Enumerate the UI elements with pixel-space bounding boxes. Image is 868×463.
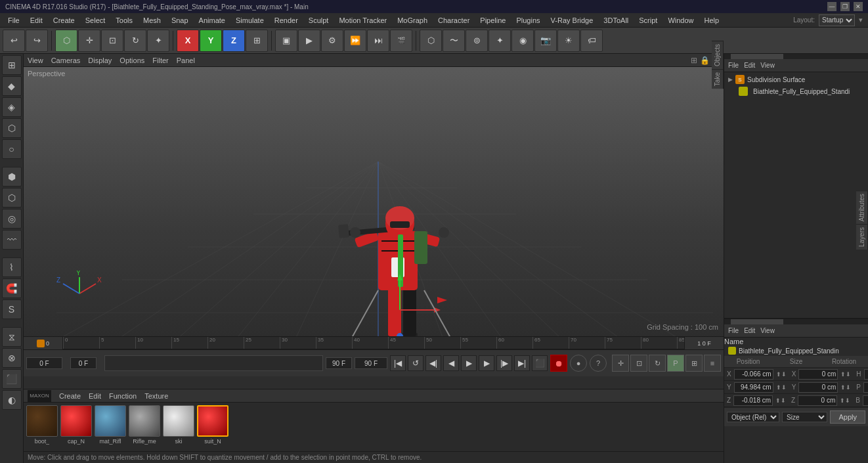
sidebar-btn-uv[interactable]: ⬛ [2,369,22,389]
record-button[interactable]: ⬛ [532,355,548,371]
auto-key-button[interactable]: ● [570,355,587,372]
mode-rotate-button[interactable]: ↻ [649,355,666,372]
layout-select[interactable]: Startup [819,14,855,26]
menu-motion-tracker[interactable]: Motion Tracker [334,15,392,26]
current-frame-input[interactable] [26,357,62,369]
tag-button[interactable]: 🏷 [580,30,603,52]
vtab-objects[interactable]: Objects [712,41,724,69]
bottom-panel-hscroll[interactable] [724,319,868,324]
menu-vray-bridge[interactable]: V-Ray Bridge [546,15,599,26]
material-item-suit[interactable]: suit_N [197,405,228,445]
minimize-button[interactable]: — [827,2,836,11]
attr-menu-edit[interactable]: Edit [744,327,755,334]
render-options-button[interactable]: ⚙ [321,30,343,52]
sidebar-btn-points[interactable]: ◆ [2,76,22,96]
spline-button[interactable]: 〜 [443,30,465,52]
viewport-menu-cameras[interactable]: Cameras [51,56,81,64]
render-icon[interactable]: 🎬 [390,30,412,52]
pos-y-spinner[interactable]: ⬆⬇ [776,384,787,391]
obj-menu-view[interactable]: View [760,62,775,69]
pos-y-input[interactable] [734,382,773,393]
viewport-maximize-icon[interactable]: ⊞ [691,56,697,65]
materials-menu-function[interactable]: Function [109,392,137,400]
sidebar-btn-magnet[interactable]: 🧲 [2,278,22,298]
size-z-input[interactable] [798,395,837,406]
redo-button[interactable]: ↪ [26,30,48,52]
menu-animate[interactable]: Animate [194,15,230,26]
sidebar-btn-object[interactable]: ○ [2,139,22,159]
menu-mograph[interactable]: MoGraph [392,15,433,26]
attr-menu-file[interactable]: File [728,327,739,334]
restore-button[interactable]: ❐ [840,2,850,11]
pos-x-spinner[interactable]: ⬆⬇ [776,371,787,378]
scene-button[interactable]: ◉ [511,30,534,52]
sidebar-btn-material[interactable]: ◐ [2,390,22,410]
timeline-ruler[interactable]: 0 5 10 15 20 25 30 35 40 45 50 55 60 65 [63,337,684,349]
sidebar-btn-tool3[interactable]: ◎ [2,209,22,229]
menu-3dtoall[interactable]: 3DToAll [598,15,634,26]
viewport-menu-filter[interactable]: Filter [152,56,168,64]
rotate-button[interactable]: ↻ [124,30,146,52]
menu-window[interactable]: Window [662,15,699,26]
axis-z-button[interactable]: Z [223,30,245,52]
key-all-button[interactable]: ? [590,355,607,372]
rot-p-input[interactable] [863,382,868,393]
menu-mesh[interactable]: Mesh [138,15,166,26]
play-button[interactable]: ▶ [461,355,477,371]
materials-menu-edit[interactable]: Edit [89,392,101,400]
world-space-button[interactable]: ⊞ [246,30,268,52]
pos-z-input[interactable] [733,395,773,406]
deformer-button[interactable]: ✦ [488,30,511,52]
light-button[interactable]: ☀ [557,30,580,52]
rot-b-input[interactable] [863,395,868,406]
attr-menu-view[interactable]: View [760,327,775,334]
viewport-menu-display[interactable]: Display [88,56,112,64]
undo-button[interactable]: ↩ [3,30,25,52]
render-all-button[interactable]: ⏭ [367,30,389,52]
sidebar-btn-spline[interactable]: 〰 [2,230,22,250]
menu-script[interactable]: Script [634,15,662,26]
vtab-layers[interactable]: Layers [856,224,868,250]
material-item-ski[interactable]: ski [163,405,194,445]
mode-extra-button[interactable]: ≡ [704,355,721,372]
sidebar-btn-polygons[interactable]: ⬡ [2,118,22,138]
size-x-input[interactable] [798,369,838,380]
mode-scale-button[interactable]: ⊡ [630,355,647,372]
render-region-button[interactable]: ▣ [275,30,297,52]
obj-menu-file[interactable]: File [728,62,739,69]
menu-file[interactable]: File [3,15,25,26]
layout-arrow-btn[interactable]: ▾ [859,16,863,24]
material-item-boot[interactable]: boot_ [26,405,58,445]
record-anim-button[interactable]: ⏺ [550,355,567,372]
size-z-spinner[interactable]: ⬆⬇ [840,397,850,404]
top-panel-hscroll[interactable] [724,54,868,59]
move-button[interactable]: ✛ [78,30,100,52]
rot-h-input[interactable] [864,369,868,380]
sidebar-btn-tool2[interactable]: ⬡ [2,188,22,208]
viewport-menu-view[interactable]: View [28,56,43,64]
menu-character[interactable]: Character [433,15,475,26]
mode-move-button[interactable]: ✛ [612,355,629,372]
axis-x-button[interactable]: X [177,30,199,52]
material-item-cap[interactable]: cap_N [60,405,92,445]
start-frame-input[interactable] [70,357,97,369]
menu-tools[interactable]: Tools [110,15,138,26]
sidebar-btn-viewport-all[interactable]: ⊞ [2,55,22,75]
materials-menu-create[interactable]: Create [59,392,81,400]
tree-item-biathlete[interactable]: Biathlete_Fully_Equipped_Standi [726,85,867,97]
primitive-button[interactable]: ⬡ [420,30,442,52]
next-key-button[interactable]: |▶ [496,355,512,371]
menu-plugins[interactable]: Plugins [511,15,545,26]
sidebar-btn-edges[interactable]: ◈ [2,97,22,117]
next-frame-button[interactable]: ▶ [479,355,494,371]
fps-input[interactable] [326,357,352,369]
nurbs-button[interactable]: ⊚ [466,30,488,52]
select-button[interactable]: ⬡ [55,30,77,52]
size-y-input[interactable] [798,382,838,393]
materials-menu-texture[interactable]: Texture [144,392,168,400]
size-y-spinner[interactable]: ⬆⬇ [840,384,851,391]
menu-pipeline[interactable]: Pipeline [475,15,511,26]
axis-y-button[interactable]: Y [200,30,222,52]
vtab-attributes[interactable]: Attributes [856,190,868,224]
viewport-menu-options[interactable]: Options [119,56,144,64]
